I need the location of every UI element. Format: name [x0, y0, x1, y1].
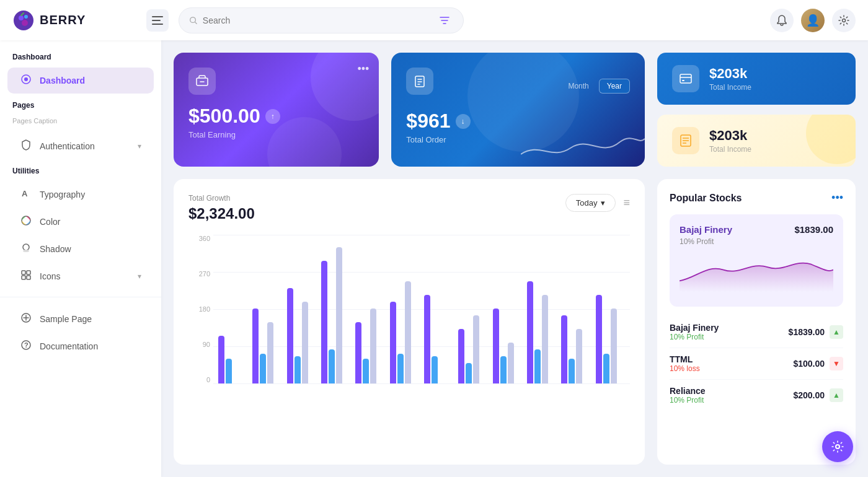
svg-point-3	[22, 20, 28, 26]
bar	[302, 302, 308, 383]
sidebar-item-sample-page[interactable]: Sample Page	[7, 306, 154, 332]
bar-group	[527, 281, 556, 383]
chart-header: Total Growth $2,324.00 Today ▾ ≡	[188, 194, 630, 222]
bar	[473, 315, 479, 383]
bar-chart: 360 270 180 90 0	[188, 235, 630, 383]
stock-profit: 10% Profit	[670, 333, 719, 341]
featured-stock-header: Bajaj Finery $1839.00	[680, 224, 833, 235]
svg-point-42	[836, 445, 839, 449]
utilities-section-title: Utilities	[0, 167, 161, 180]
bar	[611, 309, 617, 383]
logo-text: BERRY	[40, 13, 86, 27]
sidebar: Dashboard Dashboard Pages Pages Caption …	[0, 40, 161, 477]
featured-stock-sparkline	[680, 251, 833, 294]
earning-card: ••• $500.00 ↑ Total Earning	[174, 53, 379, 167]
bar-group	[390, 281, 419, 383]
user-avatar[interactable]: 👤	[801, 9, 825, 32]
search-icon	[189, 15, 198, 25]
featured-stock: Bajaj Finery $1839.00 10% Profit	[670, 214, 843, 307]
bar	[287, 288, 293, 383]
sidebar-item-dashboard[interactable]: Dashboard	[7, 68, 154, 94]
svg-rect-6	[152, 20, 161, 21]
logo-area: BERRY	[12, 9, 136, 32]
stock-price: $200.00	[793, 390, 825, 400]
income-blue-icon	[672, 65, 699, 92]
bar	[363, 359, 369, 383]
header-right: 👤	[770, 9, 856, 32]
bar	[432, 356, 438, 383]
bar-group	[218, 336, 247, 383]
shadow-icon	[20, 242, 32, 256]
search-input[interactable]	[203, 15, 431, 25]
svg-rect-23	[27, 276, 30, 279]
featured-stock-name: Bajaj Finery	[680, 224, 732, 235]
fab-button[interactable]	[822, 431, 853, 462]
stock-name: Reliance	[670, 386, 706, 396]
authentication-icon	[20, 139, 32, 153]
settings-fab-icon	[831, 440, 844, 453]
sidebar-item-shadow[interactable]: Shadow	[7, 236, 154, 262]
earning-amount: $500.00 ↑	[188, 105, 364, 128]
bars-area	[213, 235, 630, 383]
bar	[569, 359, 575, 383]
svg-text:?: ?	[24, 341, 29, 349]
today-button[interactable]: Today ▾	[565, 194, 616, 212]
year-toggle-button[interactable]: Year	[599, 79, 630, 94]
order-wave-chart	[521, 117, 645, 167]
month-toggle-button[interactable]: Month	[560, 79, 596, 94]
order-card: Month Year $961 ↓ Total Order	[391, 53, 645, 167]
auth-chevron-icon: ▾	[138, 142, 141, 151]
bar	[493, 309, 499, 383]
authentication-label: Authentication	[40, 141, 130, 151]
chart-total: $2,324.00	[188, 205, 255, 222]
bar	[260, 354, 266, 383]
icons-icon	[20, 269, 32, 283]
icons-label: Icons	[40, 271, 130, 281]
bar	[355, 322, 361, 383]
y-axis-labels: 360 270 180 90 0	[188, 235, 210, 383]
svg-text:A: A	[22, 189, 28, 198]
bar	[527, 281, 533, 383]
earning-card-menu-icon[interactable]: •••	[357, 63, 369, 76]
dashboard-label: Dashboard	[40, 76, 141, 85]
header: BERRY 👤	[0, 0, 868, 40]
stock-profit: 10% loss	[670, 364, 700, 373]
svg-rect-7	[152, 24, 163, 25]
stocks-menu-icon[interactable]: •••	[831, 191, 843, 204]
top-cards-row: ••• $500.00 ↑ Total Earning	[174, 53, 856, 167]
settings-button[interactable]	[832, 9, 856, 32]
color-icon	[20, 215, 32, 229]
main-layout: Dashboard Dashboard Pages Pages Caption …	[0, 40, 868, 477]
logo-icon	[12, 9, 35, 32]
bar-group	[561, 315, 590, 383]
sidebar-item-color[interactable]: Color	[7, 209, 154, 235]
bar	[603, 354, 609, 383]
stock-right: $100.00 ▼	[793, 357, 843, 370]
featured-stock-price: $1839.00	[794, 224, 833, 235]
bar	[336, 247, 342, 383]
bar-group	[424, 295, 453, 383]
sidebar-item-authentication[interactable]: Authentication ▾	[7, 133, 154, 159]
notification-button[interactable]	[770, 9, 794, 32]
chart-card: Total Growth $2,324.00 Today ▾ ≡ 360	[174, 179, 645, 465]
income-yellow-amount: $203k	[709, 128, 751, 144]
filter-button[interactable]	[436, 11, 453, 30]
stock-info: TTML 10% loss	[670, 354, 700, 373]
grid-line	[213, 383, 630, 384]
sidebar-item-icons[interactable]: Icons ▾	[7, 263, 154, 289]
bar-group	[355, 309, 384, 383]
stock-list-item: Bajaj Finery 10% Profit $1839.00 ▲	[670, 317, 843, 348]
chart-menu-icon[interactable]: ≡	[623, 196, 630, 209]
order-card-icon	[406, 68, 433, 95]
menu-button[interactable]	[146, 9, 169, 32]
search-bar	[179, 7, 464, 33]
svg-rect-22	[22, 276, 25, 279]
bar	[561, 315, 567, 383]
sidebar-item-typography[interactable]: A Typography	[7, 182, 154, 208]
bar	[226, 359, 232, 383]
dashboard-section-title: Dashboard	[0, 53, 161, 66]
svg-point-19	[23, 250, 29, 252]
trend-badge-icon: ▲	[830, 325, 843, 339]
bar	[397, 354, 404, 383]
sidebar-item-documentation[interactable]: ? Documentation	[7, 333, 154, 359]
